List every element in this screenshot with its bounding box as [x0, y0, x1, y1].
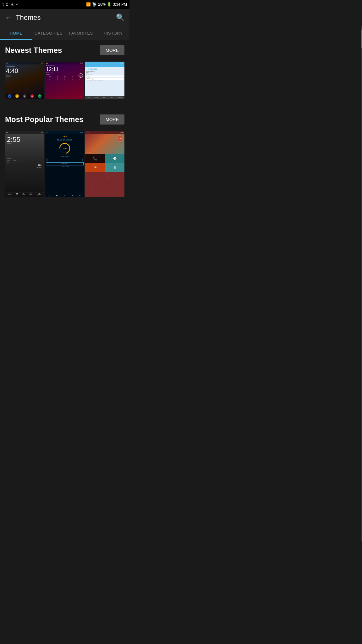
theme2-wd1: Wed☁72°: [49, 76, 51, 80]
popular-more-button[interactable]: MORE: [100, 114, 124, 125]
pt1-email: ✉EMAIL: [29, 193, 33, 196]
theme3-screen: ▼▲ 12:32 12:30 PM Wednesday 18th March ☁…: [85, 62, 124, 99]
pt3-tile-apps: ⊞: [105, 163, 124, 172]
theme1-body: Good afternoon 4:40 Thursday June 11: [5, 64, 44, 79]
pt2-search: 🔍 SEARCH: [46, 162, 84, 165]
pt1-phone: 📞PHONE: [8, 193, 12, 196]
header-left: ← Themes: [5, 14, 41, 22]
tab-favorites[interactable]: FAVORITES: [65, 26, 97, 40]
pt1-clock: 2:55: [6, 135, 43, 143]
battery-icon: 🔋: [107, 2, 112, 7]
theme2-wd2: Thu⛅70°: [57, 76, 58, 80]
theme1-time: 4:40: [41, 62, 43, 64]
theme3-nav-call: CALL: [88, 97, 90, 98]
pt1-cityscape: [6, 145, 43, 157]
pt1-apps: ⊞APPS: [22, 193, 25, 196]
theme1-icon-phone: 📱: [8, 94, 11, 98]
search-button[interactable]: 🔍: [116, 14, 124, 22]
pt1-camera: 📷CAMERA: [37, 193, 41, 196]
theme1-clock: 4:40: [6, 67, 43, 74]
pt3-wifi: ▼▲: [86, 131, 89, 133]
theme2-clock: 12:11: [45, 67, 85, 72]
theme2-time-status: 12:11: [80, 62, 83, 64]
pt1-battery-area: 88% BATTERY: [6, 164, 43, 168]
theme3-nav: CALL TEXT APPS MAIL CAMERA: [85, 96, 124, 99]
theme3-statusbar: ▼▲ 12:32: [85, 62, 124, 64]
theme3-wifi: ▼▲: [86, 62, 89, 64]
pt2-energy-label: ENERGY LEVEL: [46, 156, 84, 157]
popular-section: Most Popular Themes MORE: [0, 109, 129, 131]
popular-theme2-statusbar: ▼▲ 10:47: [45, 131, 85, 134]
pt1-battery-pct: 88%: [6, 164, 42, 166]
pt2-time-status: 10:47: [80, 131, 83, 133]
pt1-condition: PARTLY CLOUDY: [6, 159, 43, 162]
popular-theme1-statusbar: ▼▲ 2:55: [5, 131, 44, 134]
pt1-time-status: 2:55: [41, 131, 43, 133]
app-icon-check: ✓: [16, 2, 19, 7]
pt1-sms: 💬SMS: [16, 193, 18, 196]
popular-theme-card-3[interactable]: ▼▲ 12:13 12:13 · · · · · · · · · · · 📞 💬…: [85, 131, 124, 197]
tab-home[interactable]: HOME: [0, 26, 32, 40]
theme3-nav-cam: CAMERA: [118, 97, 122, 98]
pt2-icon-pencil: ✏: [49, 195, 50, 196]
pt3-badge-1: 1: [91, 187, 91, 188]
theme3-calendar: NEXT CALENDAR EVENT... Family Vacation: [86, 80, 123, 81]
theme1-icon-edit: ✏: [15, 94, 19, 98]
theme3-nav-items: CALL TEXT APPS MAIL CAMERA: [85, 96, 124, 99]
theme1-icon-apps: ⊞: [23, 94, 26, 98]
status-right-info: 📶 📡 26% 🔋 3:34 PM: [86, 2, 127, 7]
newest-header: Newest Themes MORE: [5, 45, 124, 55]
pt1-weather: IRVINE: [6, 157, 43, 159]
theme2-statusbar: 🔔 12:11: [45, 62, 85, 64]
signal-icon: 📡: [92, 2, 97, 7]
header: ← Themes 🔍: [0, 9, 129, 26]
popular-theme3-screen: ▼▲ 12:13 12:13 · · · · · · · · · · · 📞 💬…: [85, 131, 124, 197]
back-button[interactable]: ←: [5, 14, 12, 22]
pt2-icon-cam: 📷: [72, 195, 73, 196]
theme3-clock: 12:30 PM: [86, 68, 123, 71]
pt1-content: 2:55 MONDAY IRVINE PARTLY CLOUDY 75°F 88…: [5, 134, 44, 169]
pt2-center-time: 10:47: [63, 147, 67, 149]
theme1-icon-cam: 📷: [38, 94, 41, 98]
pt3-tile-mail: ✉: [85, 163, 105, 172]
pt2-temp-label: TEMPERATURE: [46, 139, 84, 141]
popular-header: Most Popular Themes MORE: [5, 114, 124, 125]
pt2-icon-chat: 💬: [56, 195, 58, 196]
tabs-bar: HOME CATEGORIES FAVORITES HISTORY: [0, 26, 129, 40]
theme3-search: Search...: [86, 75, 123, 77]
pt1-wifi: ▼▲: [6, 131, 8, 133]
popular-theme-card-1[interactable]: ▼▲ 2:55 2:55 MONDAY IRVINE PARTLY CLOUDY…: [5, 131, 44, 197]
spacer-1: [0, 104, 129, 109]
theme3-battery-pct: 51%: [87, 78, 89, 80]
theme3-topbar: [85, 64, 124, 67]
theme2-screen: 🔔 12:11 🔔 Alarm Not Set 12:11 35% Wednes…: [45, 62, 85, 99]
newest-more-button[interactable]: MORE: [100, 45, 124, 55]
clock: 3:34 PM: [113, 2, 127, 7]
theme3-nav-apps: APPS: [103, 97, 105, 98]
theme2-wd3: Fri🌦70°: [64, 76, 66, 80]
theme1-icon-mail: ✉: [30, 94, 34, 98]
pt3-tile-grid: 📞 💬 ✉ ⊞: [85, 154, 124, 172]
newest-theme-grid: ▼▲ 4:40 Good afternoon 4:40 Thursday Jun…: [0, 62, 129, 104]
popular-theme-grid: ▼▲ 2:55 2:55 MONDAY IRVINE PARTLY CLOUDY…: [0, 131, 129, 202]
wifi-icon: 📶: [86, 2, 91, 7]
newest-theme-card-1[interactable]: ▼▲ 4:40 Good afternoon 4:40 Thursday Jun…: [5, 62, 44, 99]
tab-categories[interactable]: CATEGORIES: [32, 26, 65, 40]
pt2-wifi: ▼▲: [46, 131, 49, 133]
newest-theme-card-2[interactable]: 🔔 12:11 🔔 Alarm Not Set 12:11 35% Wednes…: [45, 62, 85, 99]
newest-title: Newest Themes: [5, 46, 62, 55]
tab-history[interactable]: HISTORY: [97, 26, 129, 40]
popular-theme2-screen: ▼▲ 10:47 70°F TEMPERATURE 10:47 ENERGY L…: [45, 131, 85, 197]
pt2-icon-mail: ✉: [64, 195, 65, 196]
newest-theme-card-3[interactable]: ▼▲ 12:32 12:30 PM Wednesday 18th March ☁…: [85, 62, 124, 99]
pt3-badge-0a: 0: [91, 177, 91, 178]
app-icon-rx: ℞: [10, 2, 14, 7]
pt2-labels: NEAR LOUD: [46, 158, 84, 161]
popular-theme-card-2[interactable]: ▼▲ 10:47 70°F TEMPERATURE 10:47 ENERGY L…: [45, 131, 85, 197]
page-title: Themes: [16, 14, 41, 22]
theme3-nav-text: TEXT: [95, 97, 98, 98]
pt3-apps-icon: ⊞: [113, 166, 116, 169]
pt1-battery-label: BATTERY: [6, 166, 42, 168]
pt3-phone-icon: 📞: [93, 156, 97, 161]
theme2-wd4: Sat☁72°: [72, 76, 73, 80]
